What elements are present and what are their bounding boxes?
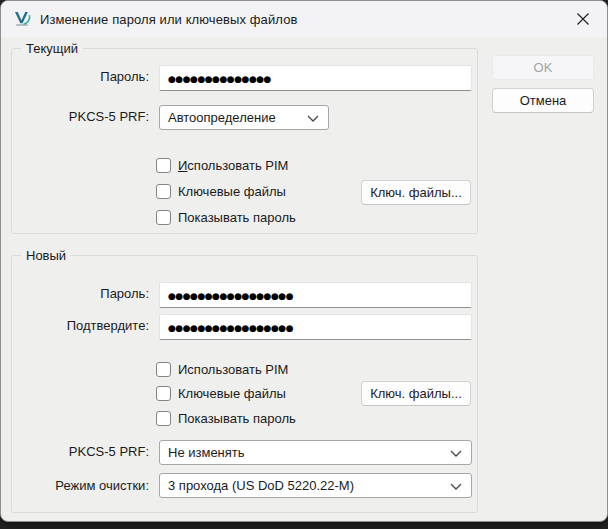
window-title: Изменение пароля или ключевых файлов — [40, 12, 297, 27]
chevron-down-icon — [450, 450, 462, 457]
new-password-label: Пароль: — [11, 286, 149, 301]
current-prf-label: PKCS-5 PRF: — [11, 109, 149, 124]
current-keyfiles-label[interactable]: Ключевые файлы — [178, 184, 286, 199]
new-prf-value: Не изменять — [168, 445, 245, 460]
close-icon — [576, 12, 590, 26]
use-pim-label-rest: спользовать PIM — [187, 158, 288, 173]
current-show-password-label[interactable]: Показывать пароль — [178, 210, 296, 225]
change-password-dialog: Изменение пароля или ключевых файлов Тек… — [0, 0, 608, 522]
new-show-password-row: Показывать пароль — [156, 410, 296, 427]
new-keyfiles-row: Ключевые файлы — [156, 385, 286, 402]
new-use-pim-checkbox[interactable] — [156, 362, 171, 377]
current-use-pim-row: Использовать PIM — [156, 157, 288, 174]
current-prf-select[interactable]: Автоопределение — [159, 105, 329, 130]
new-prf-label: PKCS-5 PRF: — [11, 444, 149, 459]
current-use-pim-label[interactable]: Использовать PIM — [178, 158, 288, 173]
new-use-pim-label[interactable]: Использовать PIM — [178, 362, 288, 377]
cancel-button[interactable]: Отмена — [492, 88, 594, 113]
chevron-down-icon — [450, 483, 462, 490]
new-show-password-checkbox[interactable] — [156, 411, 171, 426]
current-use-pim-checkbox[interactable] — [156, 158, 171, 173]
current-password-input[interactable] — [159, 65, 472, 91]
confirm-password-label: Подтвердите: — [11, 318, 149, 333]
close-button[interactable] — [561, 2, 605, 35]
current-keyfiles-button[interactable]: Ключ. файлы... — [361, 180, 471, 205]
new-password-input[interactable] — [159, 282, 472, 308]
current-show-password-row: Показывать пароль — [156, 209, 296, 226]
new-use-pim-row: Использовать PIM — [156, 361, 288, 378]
titlebar: Изменение пароля или ключевых файлов — [1, 1, 607, 37]
use-pim-accel-char: И — [178, 158, 187, 173]
wipe-mode-value: 3 прохода (US DoD 5220.22-M) — [168, 478, 354, 493]
new-keyfiles-label[interactable]: Ключевые файлы — [178, 386, 286, 401]
new-prf-select[interactable]: Не изменять — [159, 440, 472, 465]
current-show-password-checkbox[interactable] — [156, 210, 171, 225]
current-password-label: Пароль: — [11, 69, 149, 84]
new-keyfiles-checkbox[interactable] — [156, 386, 171, 401]
new-group-label: Новый — [21, 248, 71, 263]
current-keyfiles-checkbox[interactable] — [156, 184, 171, 199]
ok-button[interactable]: OK — [492, 55, 594, 80]
veracrypt-icon — [13, 11, 31, 27]
new-keyfiles-button[interactable]: Ключ. файлы... — [361, 381, 471, 406]
chevron-down-icon — [307, 115, 319, 122]
current-group-label: Текущий — [21, 41, 83, 56]
wipe-mode-label: Режим очистки: — [11, 478, 149, 493]
new-show-password-label[interactable]: Показывать пароль — [178, 411, 296, 426]
current-keyfiles-row: Ключевые файлы — [156, 183, 286, 200]
confirm-password-input[interactable] — [159, 314, 472, 340]
current-prf-value: Автоопределение — [168, 110, 276, 125]
wipe-mode-select[interactable]: 3 прохода (US DoD 5220.22-M) — [159, 473, 472, 498]
